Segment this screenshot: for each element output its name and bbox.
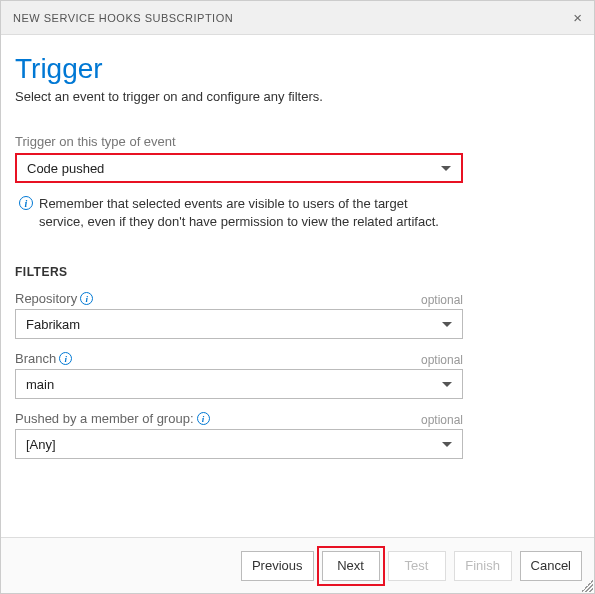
- dialog-header: NEW SERVICE HOOKS SUBSCRIPTION ×: [1, 1, 594, 35]
- next-button[interactable]: Next: [322, 551, 380, 581]
- group-value: [Any]: [26, 437, 442, 452]
- repository-field: Repository i optional Fabrikam: [15, 291, 463, 339]
- group-field: Pushed by a member of group: i optional …: [15, 411, 463, 459]
- optional-tag: optional: [421, 353, 463, 367]
- chevron-down-icon: [442, 382, 452, 387]
- branch-select[interactable]: main: [15, 369, 463, 399]
- event-type-value: Code pushed: [27, 161, 441, 176]
- optional-tag: optional: [421, 413, 463, 427]
- finish-button: Finish: [454, 551, 512, 581]
- info-text: Remember that selected events are visibl…: [39, 195, 451, 231]
- repository-value: Fabrikam: [26, 317, 442, 332]
- cancel-button[interactable]: Cancel: [520, 551, 582, 581]
- dialog-footer: Previous Next Test Finish Cancel: [1, 537, 594, 593]
- event-type-select[interactable]: Code pushed: [15, 153, 463, 183]
- repository-select[interactable]: Fabrikam: [15, 309, 463, 339]
- branch-field: Branch i optional main: [15, 351, 463, 399]
- filters-heading: FILTERS: [15, 265, 580, 279]
- branch-value: main: [26, 377, 442, 392]
- page-title: Trigger: [15, 53, 580, 85]
- event-type-field: Trigger on this type of event Code pushe…: [15, 134, 463, 183]
- page-subtitle: Select an event to trigger on and config…: [15, 89, 580, 104]
- dialog-content: Trigger Select an event to trigger on an…: [1, 35, 594, 459]
- info-icon: i: [19, 196, 33, 210]
- event-type-label: Trigger on this type of event: [15, 134, 463, 149]
- chevron-down-icon: [442, 442, 452, 447]
- chevron-down-icon: [442, 322, 452, 327]
- close-icon[interactable]: ×: [573, 9, 582, 26]
- test-button: Test: [388, 551, 446, 581]
- info-icon[interactable]: i: [59, 352, 72, 365]
- previous-button[interactable]: Previous: [241, 551, 314, 581]
- repository-label: Repository: [15, 291, 77, 306]
- group-select[interactable]: [Any]: [15, 429, 463, 459]
- chevron-down-icon: [441, 166, 451, 171]
- info-note: i Remember that selected events are visi…: [15, 195, 455, 231]
- branch-label: Branch: [15, 351, 56, 366]
- info-icon[interactable]: i: [80, 292, 93, 305]
- info-icon[interactable]: i: [197, 412, 210, 425]
- optional-tag: optional: [421, 293, 463, 307]
- group-label: Pushed by a member of group:: [15, 411, 194, 426]
- dialog-title: NEW SERVICE HOOKS SUBSCRIPTION: [13, 12, 233, 24]
- resize-grip-icon[interactable]: [581, 580, 593, 592]
